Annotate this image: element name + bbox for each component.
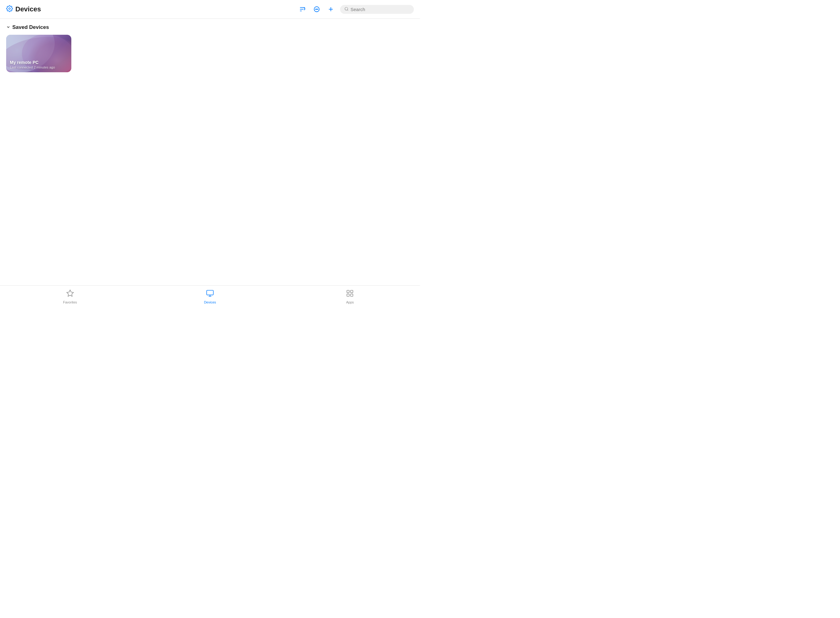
- svg-rect-19: [347, 290, 350, 293]
- tab-apps-label: Apps: [346, 300, 354, 304]
- tab-favorites-label: Favorites: [63, 300, 77, 304]
- tab-devices[interactable]: Devices: [140, 289, 280, 304]
- tab-favorites[interactable]: Favorites: [0, 289, 140, 304]
- more-button[interactable]: [312, 4, 322, 14]
- tab-apps[interactable]: Apps: [280, 289, 420, 304]
- saved-devices-section-header: Saved Devices: [0, 19, 420, 35]
- saved-devices-title: Saved Devices: [12, 24, 49, 30]
- add-button[interactable]: [326, 4, 336, 14]
- svg-point-6: [316, 9, 317, 9]
- tab-devices-label: Devices: [204, 300, 216, 304]
- svg-point-0: [9, 8, 10, 9]
- svg-point-5: [315, 9, 316, 9]
- tab-bar: Favorites Devices Apps: [0, 285, 420, 309]
- search-bar[interactable]: [340, 5, 414, 14]
- svg-point-10: [345, 7, 348, 10]
- header-right: [298, 4, 414, 14]
- svg-rect-16: [206, 290, 214, 295]
- device-card[interactable]: My remote PC Last connected 2 minutes ag…: [6, 35, 71, 72]
- svg-rect-22: [350, 294, 353, 296]
- header-left: Devices: [6, 5, 41, 13]
- svg-marker-15: [67, 290, 73, 296]
- search-input[interactable]: [350, 7, 410, 12]
- sort-button[interactable]: [298, 4, 307, 14]
- svg-line-11: [347, 9, 348, 10]
- star-icon: [66, 289, 74, 299]
- search-icon: [344, 7, 349, 12]
- header: Devices: [0, 0, 420, 19]
- svg-point-7: [317, 9, 318, 9]
- device-last-connected: Last connected 2 minutes ago: [10, 65, 55, 69]
- svg-rect-20: [350, 290, 353, 293]
- apps-icon: [346, 289, 354, 299]
- chevron-down-icon[interactable]: [6, 25, 10, 30]
- gear-icon: [6, 5, 13, 13]
- device-card-info: My remote PC Last connected 2 minutes ag…: [10, 60, 55, 69]
- page-title: Devices: [15, 5, 41, 13]
- device-name: My remote PC: [10, 60, 55, 65]
- devices-grid: My remote PC Last connected 2 minutes ag…: [0, 35, 420, 72]
- monitor-icon: [206, 289, 214, 299]
- svg-rect-21: [347, 294, 350, 296]
